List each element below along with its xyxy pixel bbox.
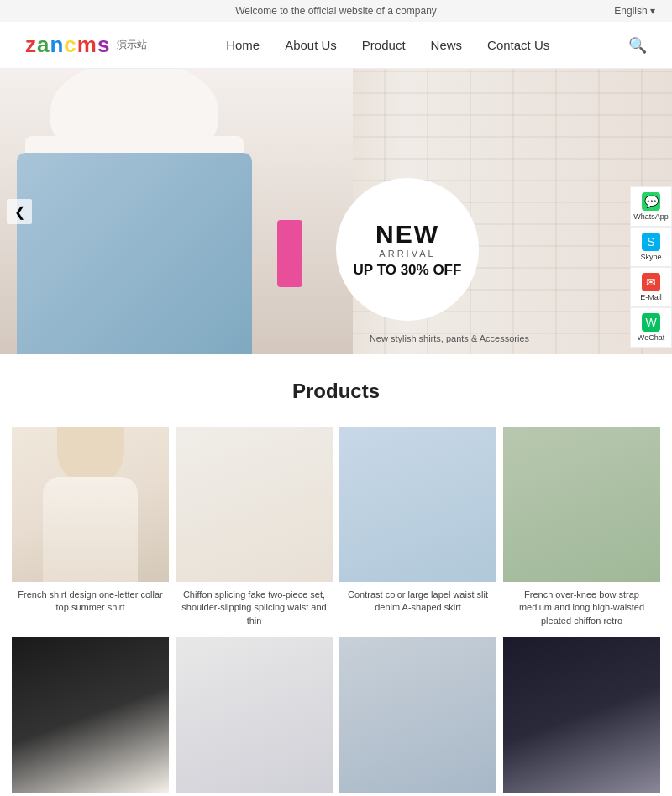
nav-contact[interactable]: Contact Us bbox=[487, 38, 549, 52]
nav-news[interactable]: News bbox=[431, 38, 463, 52]
language-selector[interactable]: English ▾ bbox=[614, 5, 655, 17]
logo-wordmark: zancms bbox=[25, 32, 110, 58]
product-image-2 bbox=[176, 427, 333, 582]
shirt-layer bbox=[25, 136, 244, 203]
nav-about[interactable]: About Us bbox=[285, 38, 337, 52]
hero-bubble: NEW ARRIVAL UP TO 30% OFF bbox=[336, 178, 479, 321]
product-card-2[interactable]: Chiffon splicing fake two-piece set, sho… bbox=[172, 423, 336, 634]
product-name-8: Solid color waist V-neck sleeveless part… bbox=[503, 793, 660, 796]
chevron-left-icon: ❮ bbox=[14, 204, 25, 220]
logo[interactable]: zancms 演示站 bbox=[25, 32, 147, 58]
email-label: E-Mail bbox=[640, 293, 662, 301]
product-name-3: Contrast color large lapel waist slit de… bbox=[339, 582, 496, 618]
hero-banner: NEW ARRIVAL UP TO 30% OFF New stylish sh… bbox=[0, 69, 672, 354]
product-name-5: SUIT COLLAR BLACK AND WHITE SPLICING SEV… bbox=[12, 793, 169, 796]
jeans-tear-2 bbox=[67, 252, 118, 271]
jeans-tear-1 bbox=[50, 226, 118, 257]
product-name-6: Slim-fit hip-wrapped shoulder-knitted fi… bbox=[176, 793, 333, 796]
skype-label: Skype bbox=[640, 253, 661, 261]
social-skype[interactable]: S Skype bbox=[630, 227, 672, 267]
top-banner: Welcome to the official website of a com… bbox=[0, 0, 672, 22]
logo-subtitle: 演示站 bbox=[117, 38, 147, 52]
hero-model-layer bbox=[0, 69, 353, 354]
product-image-3 bbox=[339, 427, 496, 582]
whatsapp-label: WhatsApp bbox=[633, 212, 669, 221]
product-image-7 bbox=[339, 637, 496, 793]
product-name-4: French over-knee bow strap medium and lo… bbox=[503, 582, 660, 631]
header: zancms 演示站 Home About Us Product News Co… bbox=[0, 22, 672, 69]
product-card-6[interactable]: Slim-fit hip-wrapped shoulder-knitted fi… bbox=[172, 634, 336, 796]
products-grid: French shirt design one-letter collar to… bbox=[8, 423, 664, 796]
banner-text: Welcome to the official website of a com… bbox=[235, 5, 437, 17]
product-card-7[interactable]: Elegant Jacquard Loose Long Sleeve Dress bbox=[336, 634, 500, 796]
search-button[interactable]: 🔍 bbox=[628, 36, 647, 55]
products-section: Products French shirt design one-letter … bbox=[0, 354, 672, 796]
nav-product[interactable]: Product bbox=[362, 38, 406, 52]
wechat-icon: W bbox=[642, 313, 660, 332]
hero-badge-new: NEW bbox=[375, 220, 439, 249]
product-card-4[interactable]: French over-knee bow strap medium and lo… bbox=[500, 423, 664, 634]
product-image-6 bbox=[176, 637, 333, 793]
product-name-1: French shirt design one-letter collar to… bbox=[12, 582, 169, 618]
product-image-4 bbox=[503, 427, 660, 582]
product-image-1 bbox=[12, 427, 169, 582]
hero-prev-arrow[interactable]: ❮ bbox=[7, 199, 32, 224]
product-card-1[interactable]: French shirt design one-letter collar to… bbox=[8, 423, 172, 634]
search-icon: 🔍 bbox=[628, 37, 647, 54]
pink-bag-layer bbox=[277, 220, 302, 287]
product-card-5[interactable]: SUIT COLLAR BLACK AND WHITE SPLICING SEV… bbox=[8, 634, 172, 796]
product-card-3[interactable]: Contrast color large lapel waist slit de… bbox=[336, 423, 500, 634]
nav-home[interactable]: Home bbox=[226, 38, 260, 52]
product-card-8[interactable]: Solid color waist V-neck sleeveless part… bbox=[500, 634, 664, 796]
product-image-5 bbox=[12, 637, 169, 793]
social-wechat[interactable]: W WeChat bbox=[630, 307, 672, 348]
social-whatsapp[interactable]: 💬 WhatsApp bbox=[630, 186, 672, 227]
wechat-label: WeChat bbox=[638, 333, 664, 342]
products-title: Products bbox=[8, 380, 664, 403]
product-name-2: Chiffon splicing fake two-piece set, sho… bbox=[176, 582, 333, 631]
product-image-8 bbox=[503, 637, 660, 793]
social-email[interactable]: ✉ E-Mail bbox=[630, 267, 672, 307]
email-icon: ✉ bbox=[642, 273, 660, 291]
hero-subtitle: New stylish shirts, pants & Accessories bbox=[370, 333, 529, 343]
hero-discount-text: UP TO 30% OFF bbox=[354, 262, 462, 279]
social-sidebar: 💬 WhatsApp S Skype ✉ E-Mail W WeChat bbox=[630, 186, 672, 348]
product-name-7: Elegant Jacquard Loose Long Sleeve Dress bbox=[339, 793, 496, 796]
main-nav: Home About Us Product News Contact Us bbox=[226, 38, 549, 52]
jeans-layer bbox=[17, 186, 252, 354]
whatsapp-icon: 💬 bbox=[642, 192, 660, 211]
skype-icon: S bbox=[642, 233, 660, 251]
hero-arrival-text: ARRIVAL bbox=[379, 249, 435, 259]
